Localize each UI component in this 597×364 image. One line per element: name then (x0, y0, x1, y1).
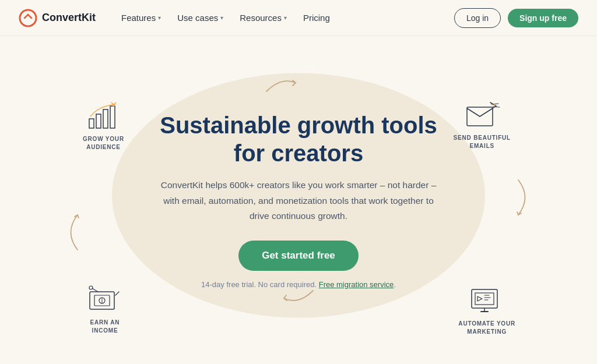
feature-email: SEND BEAUTIFULEMAILS (454, 100, 511, 150)
arrow-right-icon (515, 177, 533, 221)
arrow-left-icon (63, 212, 80, 256)
hero-section: GROW YOURAUDIENCE SEND BEAUTIFULEMAILS E… (0, 36, 597, 364)
feature-income-label: EARN ANINCOME (90, 319, 120, 335)
svg-rect-4 (110, 106, 115, 128)
arrow-top-icon (264, 77, 298, 98)
send-email-icon (462, 100, 502, 130)
chevron-down-icon: ▾ (220, 15, 223, 21)
svg-rect-1 (89, 119, 94, 128)
signup-button[interactable]: Sign up free (508, 9, 578, 27)
trial-text: 14-day free trial. No card required. (201, 280, 317, 289)
nav-actions: Log in Sign up free (454, 8, 578, 28)
hero-subtitle: ConvertKit helps 600k+ creators like you… (159, 178, 438, 224)
feature-automate-label: AUTOMATE YOURMARKETING (458, 320, 515, 336)
nav-item-resources[interactable]: Resources ▾ (233, 8, 294, 27)
login-button[interactable]: Log in (454, 8, 501, 28)
feature-grow: GROW YOURAUDIENCE (83, 101, 124, 151)
earn-income-icon (86, 284, 124, 315)
navigation: ConvertKit Features ▾ Use cases ▾ Resour… (0, 0, 597, 36)
nav-links: Features ▾ Use cases ▾ Resources ▾ Prici… (114, 8, 454, 27)
svg-rect-2 (96, 114, 101, 128)
chevron-down-icon: ▾ (284, 15, 287, 21)
feature-automate: AUTOMATE YOURMARKETING (458, 286, 515, 336)
hero-center-content: Sustainable growth tools for creators Co… (159, 111, 438, 288)
nav-item-pricing[interactable]: Pricing (296, 8, 337, 27)
svg-point-0 (20, 10, 36, 26)
svg-point-7 (493, 104, 496, 106)
logo-icon (19, 9, 37, 27)
nav-item-usecases[interactable]: Use cases ▾ (170, 8, 230, 27)
grow-audience-icon (85, 101, 122, 132)
get-started-button[interactable]: Get started free (238, 241, 359, 271)
logo[interactable]: ConvertKit (19, 9, 96, 27)
svg-rect-13 (475, 293, 494, 305)
hero-title: Sustainable growth tools for creators (159, 111, 438, 167)
trial-info: 14-day free trial. No card required. Fre… (159, 280, 438, 289)
automate-icon (467, 286, 507, 316)
arrow-bottom-icon (281, 288, 316, 309)
feature-income: EARN ANINCOME (86, 284, 124, 335)
svg-point-11 (89, 286, 93, 289)
nav-item-features[interactable]: Features ▾ (114, 8, 168, 27)
svg-rect-3 (103, 109, 108, 128)
migration-link[interactable]: Free migration service (319, 280, 394, 289)
feature-grow-label: GROW YOURAUDIENCE (83, 135, 124, 151)
logo-text: ConvertKit (42, 12, 96, 24)
feature-email-label: SEND BEAUTIFULEMAILS (454, 134, 511, 150)
chevron-down-icon: ▾ (158, 15, 161, 21)
